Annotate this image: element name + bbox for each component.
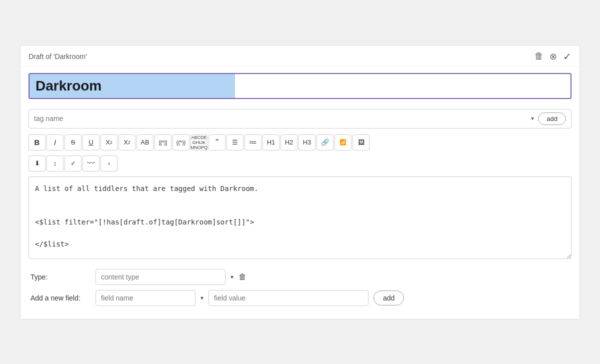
type-chevron-icon[interactable]: ▾ bbox=[230, 274, 234, 280]
confirm-icon[interactable]: ✓ bbox=[563, 50, 572, 62]
italic-btn[interactable]: I bbox=[46, 134, 64, 150]
toolbar-row2: ⬇ ↕ ✓ 〰 › bbox=[28, 156, 572, 172]
content-area[interactable]: A list of all tiddlers that are tagged w… bbox=[28, 176, 572, 259]
delete-icon[interactable]: 🗑 bbox=[534, 51, 544, 62]
field-add-button[interactable]: add bbox=[374, 290, 404, 306]
type-label: Type: bbox=[30, 273, 90, 281]
new-field-label: Add a new field: bbox=[30, 294, 90, 302]
editor-header: Draft of 'Darkroom' 🗑 ⊗ ✓ bbox=[20, 46, 580, 67]
link-btn[interactable]: [[*]] bbox=[154, 134, 172, 150]
insert-above-btn[interactable]: ↕ bbox=[46, 156, 64, 172]
chart-btn[interactable]: 📶 bbox=[334, 134, 352, 150]
field-rows: Type: ▾ 🗑 Add a new field: ▾ add bbox=[28, 269, 572, 306]
hyperlink-btn[interactable]: 🔗 bbox=[316, 134, 334, 150]
superscript-btn[interactable]: X2 bbox=[100, 134, 118, 150]
editor-container: Draft of 'Darkroom' 🗑 ⊗ ✓ ▾ add B I S U … bbox=[20, 45, 580, 320]
tag-row: ▾ add bbox=[28, 109, 572, 128]
ab-btn[interactable]: AB bbox=[136, 134, 154, 150]
title-field-wrapper bbox=[28, 73, 572, 104]
tag-add-button[interactable]: add bbox=[538, 112, 566, 125]
tag-chevron-icon[interactable]: ▾ bbox=[531, 115, 534, 122]
quote-btn[interactable]: " bbox=[208, 134, 226, 150]
editor-body: ▾ add B I S U X2 X2 AB [[*]] {{*}} ABCDE… bbox=[20, 67, 580, 319]
field-name-input[interactable] bbox=[96, 290, 196, 306]
abc-icon-btn[interactable]: ABCDEGHIJKMNOPQ bbox=[190, 134, 208, 150]
subscript-btn[interactable]: X2 bbox=[118, 134, 136, 150]
macro-btn[interactable]: {{*}} bbox=[172, 134, 190, 150]
bold-btn[interactable]: B bbox=[28, 134, 46, 150]
h2-btn[interactable]: H2 bbox=[280, 134, 298, 150]
underline-btn[interactable]: U bbox=[82, 134, 100, 150]
h3-btn[interactable]: H3 bbox=[298, 134, 316, 150]
title-input[interactable] bbox=[28, 73, 572, 99]
more-btn[interactable]: › bbox=[100, 156, 118, 172]
image-btn[interactable]: 🖼 bbox=[352, 134, 370, 150]
header-icons: 🗑 ⊗ ✓ bbox=[534, 50, 572, 62]
ulist-btn[interactable]: ☰ bbox=[226, 134, 244, 150]
insert-below-btn[interactable]: ⬇ bbox=[28, 156, 46, 172]
olist-btn[interactable]: ≔ bbox=[244, 134, 262, 150]
type-input[interactable] bbox=[96, 269, 226, 285]
new-field-row: Add a new field: ▾ add bbox=[30, 290, 570, 306]
field-name-chevron-icon[interactable]: ▾ bbox=[200, 294, 204, 302]
tag-input[interactable] bbox=[34, 114, 527, 122]
strikethrough-btn[interactable]: S bbox=[64, 134, 82, 150]
h1-btn[interactable]: H1 bbox=[262, 134, 280, 150]
close-icon[interactable]: ⊗ bbox=[550, 51, 557, 62]
type-field-row: Type: ▾ 🗑 bbox=[30, 269, 570, 285]
confirm-edit-btn[interactable]: ✓ bbox=[64, 156, 82, 172]
tilde-btn[interactable]: 〰 bbox=[82, 156, 100, 172]
field-value-input[interactable] bbox=[208, 290, 368, 306]
toolbar: B I S U X2 X2 AB [[*]] {{*}} ABCDEGHIJKM… bbox=[28, 134, 572, 150]
toolbar-row1: B I S U X2 X2 AB [[*]] {{*}} ABCDEGHIJKM… bbox=[28, 134, 370, 150]
type-delete-icon[interactable]: 🗑 bbox=[238, 272, 246, 282]
editor-title: Draft of 'Darkroom' bbox=[28, 52, 87, 60]
